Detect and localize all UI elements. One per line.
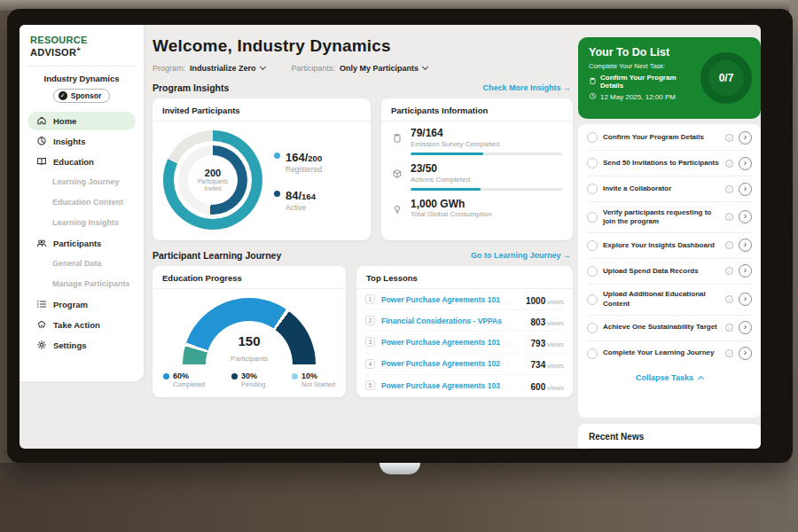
todo-next-task: Confirm Your Program Details — [589, 74, 693, 90]
task-checkbox[interactable] — [587, 240, 598, 251]
task-chevron-button[interactable]: › — [739, 264, 752, 278]
sidebar-item-education[interactable]: Education — [27, 153, 136, 171]
lesson-row: 1 Power Purchase Agreements 101 1000view… — [365, 289, 564, 310]
chevron-down-icon — [422, 64, 428, 70]
task-checkbox[interactable] — [587, 266, 598, 277]
stat-label: Emission Survey Completed — [411, 140, 562, 148]
stat-actions-completed: 23/50 Actions Completed — [392, 163, 562, 191]
sidebar-item-take-action[interactable]: Take Action — [27, 316, 136, 334]
sidebar-item-learning-journey[interactable]: Learning Journey — [27, 173, 136, 192]
sidebar-item-education-content[interactable]: Education Content — [27, 193, 136, 212]
task-label: Upload Additional Educational Content — [603, 290, 720, 309]
gear-icon — [35, 340, 47, 351]
home-icon — [35, 115, 47, 127]
info-icon[interactable]: i — [725, 160, 733, 168]
sidebar-item-home[interactable]: Home — [27, 112, 136, 130]
info-icon[interactable]: i — [725, 349, 733, 357]
lesson-link[interactable]: Power Purchase Agreements 103 — [381, 381, 525, 390]
sidebar-item-label: Insights — [53, 137, 85, 146]
sponsor-badge[interactable]: ✓ Sponsor — [53, 89, 110, 103]
sidebar-item-label: Program — [53, 300, 88, 309]
info-icon[interactable]: i — [725, 241, 733, 249]
pending-dot — [231, 373, 238, 379]
lesson-link[interactable]: Power Purchase Agreements 101 — [381, 338, 525, 347]
donut-center-label: Participants Invited — [193, 178, 232, 193]
task-checkbox[interactable] — [587, 184, 598, 194]
chevron-down-icon — [259, 64, 265, 70]
donut-legend: 164/200 Registered 84/164 Active — [274, 149, 322, 212]
registered-dot — [274, 153, 280, 159]
action-icon — [35, 319, 47, 331]
go-to-learning-journey-link[interactable]: Go to Learning Journey — [471, 251, 571, 260]
task-checkbox[interactable] — [587, 132, 598, 143]
lesson-link[interactable]: Power Purchase Agreements 101 — [381, 295, 520, 304]
lesson-link[interactable]: Power Purchase Agreements 102 — [381, 359, 525, 368]
legend-registered: 164/200 Registered — [274, 149, 322, 174]
task-label: Complete Your Learning Journey — [603, 348, 720, 357]
task-chevron-button[interactable]: › — [739, 131, 752, 145]
task-chevron-button[interactable]: › — [739, 157, 752, 170]
task-chevron-button[interactable]: › — [739, 210, 752, 223]
lesson-rank: 1 — [365, 294, 375, 304]
task-chevron-button[interactable]: › — [739, 293, 752, 306]
check-more-insights-link[interactable]: Check More Insights — [482, 83, 571, 92]
task-chevron-button[interactable]: › — [739, 347, 752, 360]
sidebar-item-label: Home — [53, 116, 76, 126]
info-icon[interactable]: i — [725, 324, 733, 332]
lesson-rank: 4 — [365, 359, 375, 369]
sidebar-item-label: Participants — [53, 239, 101, 248]
task-checkbox[interactable] — [587, 212, 598, 223]
sidebar-item-program[interactable]: Program — [27, 295, 136, 314]
card-title: Invited Participants — [153, 98, 371, 121]
participants-dropdown[interactable]: Only My Participants — [340, 64, 427, 73]
sidebar-item-label: Education Content — [52, 198, 123, 207]
task-checkbox[interactable] — [587, 294, 598, 305]
lesson-row: 3 Power Purchase Agreements 101 793views — [365, 332, 564, 353]
task-chevron-button[interactable]: › — [739, 183, 752, 196]
task-row: Explore Your Insights Dashboard i › — [587, 233, 752, 259]
task-checkbox[interactable] — [587, 158, 598, 168]
dashboard-screen: RESOURCE ADVISOR+ Industry Dynamics ✓ Sp… — [20, 25, 761, 449]
sidebar-item-participants[interactable]: Participants — [27, 234, 136, 253]
info-icon[interactable]: i — [725, 267, 733, 275]
legend-completed: 60% Completed — [163, 372, 205, 388]
todo-due-date: 12 May 2025, 12:00 PM — [589, 92, 693, 102]
sidebar-item-general-data[interactable]: General Data — [27, 254, 136, 273]
logo-plus: + — [76, 45, 81, 53]
sidebar-item-insights[interactable]: Insights — [27, 132, 136, 151]
task-chevron-button[interactable]: › — [739, 239, 752, 252]
sidebar-item-label: Education — [53, 157, 94, 167]
donut-center: 200 Participants Invited — [188, 155, 238, 205]
participants-information-card: Participants Information 79/164 Emission… — [381, 98, 573, 240]
logo-secondary: ADVISOR+ — [30, 47, 81, 58]
info-icon[interactable]: i — [725, 213, 733, 221]
task-label: Explore Your Insights Dashboard — [603, 241, 720, 250]
sidebar: RESOURCE ADVISOR+ Industry Dynamics ✓ Sp… — [20, 25, 144, 381]
lesson-link[interactable]: Financial Considerations - VPPAs — [381, 317, 525, 325]
stat-label: Total Global Consumption — [411, 210, 562, 218]
task-row: Upload Additional Educational Content i … — [587, 285, 752, 316]
lesson-rank: 2 — [365, 316, 375, 325]
task-row: Confirm Your Program Details i › — [587, 125, 752, 151]
todo-header-card: Your To Do List Complete Your Next Task:… — [578, 37, 761, 119]
sidebar-item-manage-participants[interactable]: Manage Participants — [27, 275, 136, 293]
task-checkbox[interactable] — [587, 323, 598, 333]
gauge-center-value: 150 — [183, 334, 316, 348]
task-checkbox[interactable] — [587, 348, 598, 359]
sidebar-item-label: Manage Participants — [52, 279, 130, 288]
info-icon[interactable]: i — [725, 134, 733, 142]
chevron-up-icon — [698, 376, 704, 382]
education-progress-card: Education Progress 150 Participants 60% … — [153, 266, 346, 397]
program-dropdown[interactable]: Industrialize Zero — [190, 64, 265, 73]
task-label: Achieve One Sustainability Target — [603, 323, 720, 332]
info-icon[interactable]: i — [725, 185, 733, 193]
page-title: Welcome, Industry Dynamics — [153, 36, 573, 56]
lesson-row: 2 Financial Considerations - VPPAs 803vi… — [365, 310, 564, 332]
collapse-tasks-link[interactable]: Collapse Tasks — [587, 366, 752, 382]
info-icon[interactable]: i — [725, 295, 733, 303]
clipboard-icon — [392, 128, 403, 155]
task-chevron-button[interactable]: › — [739, 321, 752, 334]
sidebar-item-settings[interactable]: Settings — [27, 336, 136, 355]
sidebar-item-learning-insights[interactable]: Learning Insights — [27, 214, 136, 232]
gauge-center-label: Participants — [231, 355, 268, 363]
